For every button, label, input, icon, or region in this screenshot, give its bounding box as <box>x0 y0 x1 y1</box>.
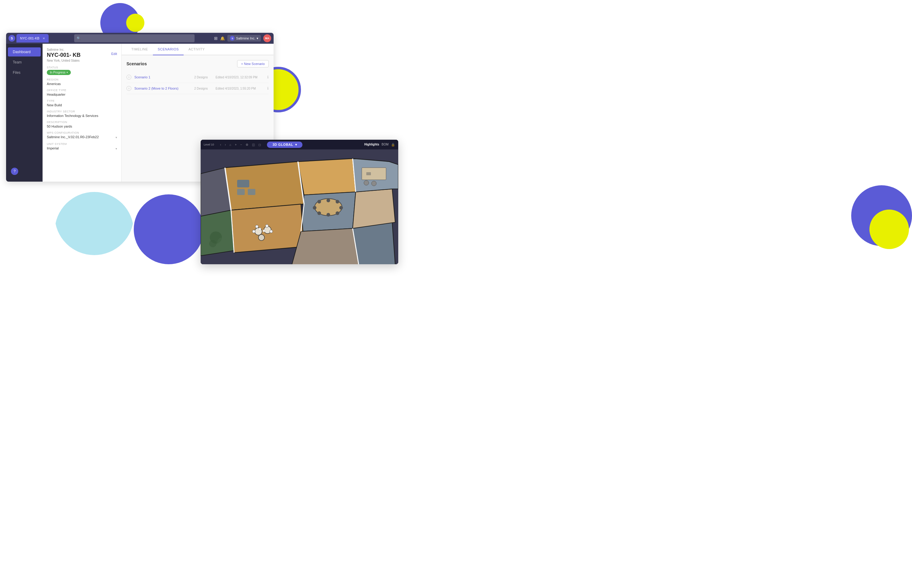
detail-project-title: NYC-001- KB <box>47 52 81 58</box>
scenario-info-icon-2[interactable]: ℹ <box>267 86 269 90</box>
wps-chevron-icon[interactable]: ▾ <box>115 136 117 139</box>
view-option-highlights[interactable]: Highlights <box>364 143 379 147</box>
tab-close-icon[interactable]: ✕ <box>42 37 45 40</box>
detail-company: Saltmine Inc. <box>47 48 117 51</box>
sidebar-item-dashboard[interactable]: Dashboard <box>8 47 41 57</box>
svg-point-31 <box>217 237 227 247</box>
svg-point-32 <box>209 240 217 247</box>
scenario-check-2: ○ <box>126 86 131 91</box>
help-button[interactable]: ? <box>11 168 18 175</box>
industry-label: INDUSTRY SECTOR <box>47 110 117 113</box>
svg-point-27 <box>252 230 255 233</box>
app-logo: S <box>8 35 15 42</box>
svg-point-45 <box>313 206 316 210</box>
floor-visual <box>201 149 398 264</box>
scenario-name-1[interactable]: Scenario 1 <box>134 75 191 79</box>
company-logo: S <box>230 36 235 41</box>
type-label: TYPE <box>47 99 117 102</box>
scenario-row-1: ○ Scenario 1 2 Designs Edited 4/10/2023,… <box>126 72 269 83</box>
scenario-row-2: ○ Scenario 2 (Move to 2 Floors) 2 Design… <box>126 83 269 94</box>
unit-chevron-icon[interactable]: ▾ <box>115 147 117 150</box>
tab-timeline[interactable]: TIMELINE <box>126 44 153 55</box>
sidebar-help: ? <box>6 166 42 178</box>
lock-icon[interactable]: 🔒 <box>391 143 395 147</box>
wps-label: WPS CONFIGURATION <box>47 131 117 134</box>
new-scenario-button[interactable]: + New Scenario <box>237 60 269 68</box>
tab-label: NYC-001-KB <box>20 36 39 40</box>
tool-3d[interactable]: ◻ <box>257 142 262 147</box>
status-badge[interactable]: In Progress ▾ <box>47 70 71 75</box>
help-icon: ? <box>14 169 16 173</box>
tab-activity[interactable]: ACTIVITY <box>184 44 210 55</box>
scenario-info-icon-1[interactable]: ℹ <box>267 75 269 79</box>
unit-value: Imperial <box>47 146 59 150</box>
sidebar-item-files[interactable]: Files <box>8 68 41 77</box>
tool-home[interactable]: ⌂ <box>228 142 233 147</box>
svg-point-24 <box>255 225 258 228</box>
description-label: DESCRIPTION <box>47 121 117 124</box>
svg-point-29 <box>262 229 265 232</box>
detail-panel: Saltmine Inc. NYC-001- KB Edit New York,… <box>42 44 121 182</box>
unit-row: Imperial ▾ <box>47 146 117 151</box>
type-value: New Build <box>47 103 117 107</box>
detail-location: New York, United States <box>47 59 117 62</box>
notification-icon[interactable]: 🔔 <box>220 36 225 41</box>
scenario-edited-1: Edited 4/10/2023, 12:32:09 PM <box>215 76 264 79</box>
sidebar-dashboard-label: Dashboard <box>13 50 31 54</box>
active-tab[interactable]: NYC-001-KB ✕ <box>16 34 49 42</box>
tab-bar: S NYC-001-KB ✕ 🔍 ⊞ 🔔 S Saltmine Inc. ▾ M… <box>6 33 274 44</box>
tool-layers[interactable]: ◫ <box>251 142 256 147</box>
company-chevron-icon: ▾ <box>257 36 258 40</box>
scenario-check-1: ○ <box>126 75 131 79</box>
tool-zoom-out[interactable]: − <box>239 142 243 147</box>
svg-point-23 <box>258 234 264 241</box>
company-selector[interactable]: S Saltmine Inc. ▾ <box>227 35 261 42</box>
svg-point-40 <box>335 200 339 204</box>
scenario-designs-2: 2 Designs <box>194 87 212 90</box>
tool-zoom-in[interactable]: + <box>234 142 238 147</box>
status-value: In Progress <box>50 71 65 74</box>
tab-scenarios[interactable]: SCENARIOS <box>153 44 184 55</box>
user-avatar[interactable]: MA <box>263 34 271 42</box>
svg-point-26 <box>270 230 273 233</box>
view-mode-button[interactable]: 3D GLOBAL ▾ <box>267 142 303 148</box>
tool-forward[interactable]: › <box>224 142 227 147</box>
svg-marker-9 <box>353 222 395 264</box>
svg-marker-3 <box>298 158 356 195</box>
decorative-circle-purple-bottom <box>134 194 204 264</box>
svg-point-25 <box>266 225 269 228</box>
view-option-bom[interactable]: BOM <box>382 143 389 147</box>
floor-plan-svg <box>201 149 398 264</box>
view-mode-chevron: ▾ <box>295 143 297 147</box>
sidebar-files-label: Files <box>13 71 20 75</box>
svg-point-39 <box>327 199 330 202</box>
edit-button[interactable]: Edit <box>111 52 117 56</box>
sidebar-item-team[interactable]: Team <box>8 58 41 67</box>
decorative-circle-yellow-right <box>870 210 909 249</box>
tool-settings[interactable]: ⚙ <box>245 142 249 147</box>
svg-point-41 <box>339 206 343 210</box>
sidebar-team-label: Team <box>13 60 21 65</box>
search-icon: 🔍 <box>77 36 81 40</box>
search-bar[interactable]: 🔍 <box>74 34 195 42</box>
scenarios-header: Scenarios + New Scenario <box>126 60 269 68</box>
grid-icon[interactable]: ⊞ <box>214 36 218 41</box>
svg-rect-33 <box>362 168 386 180</box>
svg-point-43 <box>327 213 330 216</box>
svg-marker-10 <box>353 189 395 228</box>
svg-point-44 <box>317 212 321 215</box>
viewer-tools: ‹ › ⌂ + − ⚙ ◫ ◻ <box>219 142 262 147</box>
industry-value: Information Technology & Services <box>47 114 117 118</box>
level-badge: Level 10 <box>204 143 214 146</box>
user-initials: MA <box>265 37 269 40</box>
scenario-name-2[interactable]: Scenario 2 (Move to 2 Floors) <box>134 87 191 90</box>
wps-value: Saltmine Inc._V.02.01.R0-23Feb22 <box>47 135 99 139</box>
svg-point-38 <box>317 200 321 204</box>
tool-back[interactable]: ‹ <box>219 142 222 147</box>
view-options: Highlights BOM 🔒 <box>364 143 395 147</box>
sidebar: Dashboard Team Files ? <box>6 44 42 182</box>
decorative-circle-cyan <box>55 176 134 255</box>
region-label: REGION <box>47 78 117 81</box>
header-right: ⊞ 🔔 S Saltmine Inc. ▾ MA <box>214 34 271 42</box>
region-value: Americas <box>47 82 117 86</box>
